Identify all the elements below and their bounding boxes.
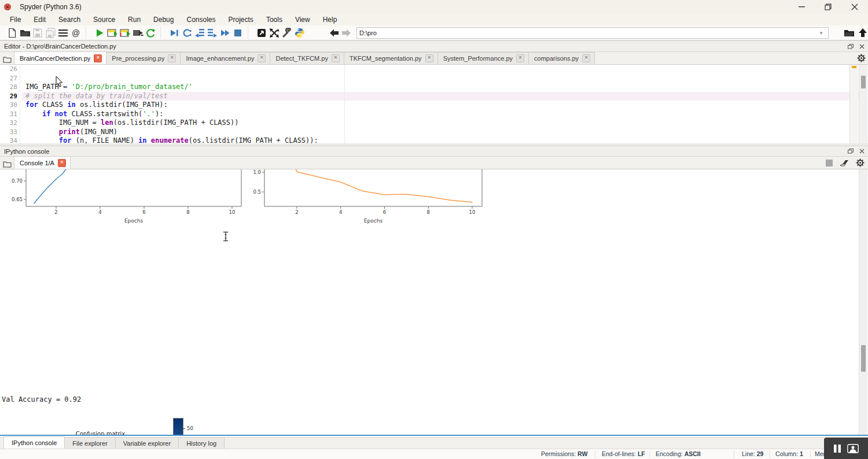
editor-tab[interactable]: Detect_TKFCM.py✕ — [270, 52, 344, 64]
screen-recorder-overlay — [824, 438, 868, 459]
menu-file[interactable]: File — [3, 14, 27, 25]
python-path-icon[interactable] — [293, 27, 306, 39]
pane-tab-ipython-console[interactable]: IPython console — [3, 436, 65, 449]
close-tab-icon[interactable]: ✕ — [168, 54, 176, 62]
step-over-icon[interactable] — [181, 27, 193, 39]
new-file-icon[interactable] — [6, 27, 19, 39]
pane-tab-history-log[interactable]: History log — [178, 437, 225, 449]
pause-recording-button[interactable] — [833, 444, 841, 453]
close-tab-icon[interactable]: ✕ — [582, 54, 590, 62]
minimize-button[interactable] — [788, 0, 815, 13]
line-number: 32 — [0, 119, 22, 128]
editor-tab[interactable]: TKFCM_segmentation.py✕ — [344, 52, 438, 64]
console-scrollbar[interactable] — [859, 169, 867, 435]
menu-help[interactable]: Help — [317, 14, 344, 25]
close-button[interactable] — [841, 0, 868, 13]
save-icon[interactable] — [31, 27, 44, 39]
fullscreen-icon[interactable] — [268, 27, 281, 39]
console-tab-bar: Console 1/A✕ — [0, 157, 868, 169]
step-into-icon[interactable] — [193, 27, 206, 39]
warning-flag — [852, 66, 856, 68]
code-line[interactable]: 33 print(IMG_NUM) — [0, 128, 859, 137]
save-all-icon[interactable] — [44, 27, 57, 39]
debug-icon[interactable] — [168, 27, 181, 39]
parent-dir-icon[interactable] — [856, 27, 868, 39]
symbol-finder-icon[interactable]: @ — [69, 27, 82, 39]
run-icon[interactable] — [93, 27, 106, 39]
menu-debug[interactable]: Debug — [147, 14, 180, 25]
svg-text:2: 2 — [295, 209, 298, 215]
menu-run[interactable]: Run — [122, 14, 147, 25]
interrupt-kernel-icon[interactable] — [826, 160, 833, 166]
browse-tabs-icon[interactable] — [3, 55, 12, 63]
editor-tab[interactable]: comparisons.py✕ — [528, 52, 595, 64]
editor-tab[interactable]: Pre_processing.py✕ — [106, 52, 181, 64]
chevron-down-icon[interactable]: ▾ — [816, 27, 826, 39]
menu-edit[interactable]: Edit — [27, 14, 52, 25]
run-selection-icon[interactable] — [131, 27, 144, 39]
code-line[interactable]: 28IMG_PATH = 'D:/pro/brain_tumor_dataset… — [0, 83, 859, 92]
preferences-icon[interactable] — [281, 27, 293, 39]
line-number: 28 — [0, 83, 22, 92]
maximize-icon[interactable] — [255, 27, 268, 39]
menu-projects[interactable]: Projects — [222, 14, 260, 25]
console-output[interactable]: 2468100.700.65Epochs2468101.00.5Epochs V… — [0, 169, 859, 435]
editor-options-gear-icon[interactable] — [857, 54, 866, 62]
editor-scrollbar[interactable] — [859, 65, 867, 143]
code-line[interactable]: 27 — [0, 74, 859, 83]
working-directory-input[interactable] — [356, 27, 829, 39]
line-number: 34 — [0, 136, 22, 143]
menu-view[interactable]: View — [289, 14, 317, 25]
code-line[interactable]: 34 for (n, FILE_NAME) in enumerate(os.li… — [0, 136, 859, 143]
forward-icon[interactable] — [340, 27, 353, 39]
close-tab-icon[interactable]: ✕ — [332, 54, 340, 62]
continue-icon[interactable] — [219, 27, 231, 39]
close-tab-icon[interactable]: ✕ — [258, 54, 266, 62]
clear-console-icon[interactable] — [840, 160, 849, 166]
code-line[interactable]: 30for CLASS in os.listdir(IMG_PATH): — [0, 101, 859, 110]
svg-text:Epochs: Epochs — [364, 218, 383, 224]
line-number: 27 — [0, 74, 22, 83]
console-tab[interactable]: Console 1/A✕ — [14, 156, 71, 169]
menu-search[interactable]: Search — [52, 14, 87, 25]
svg-text:0.5: 0.5 — [253, 189, 261, 195]
svg-text:2: 2 — [54, 209, 57, 215]
code-editor[interactable]: 262728IMG_PATH = 'D:/pro/brain_tumor_dat… — [0, 65, 859, 143]
menu-source[interactable]: Source — [87, 14, 122, 25]
rerun-icon[interactable] — [144, 27, 157, 39]
run-cell-icon[interactable] — [106, 27, 119, 39]
open-dir-icon[interactable] — [843, 27, 855, 39]
close-pane-icon[interactable] — [859, 149, 865, 154]
undock-icon[interactable] — [848, 149, 854, 154]
line-number: 30 — [0, 101, 22, 110]
editor-tab[interactable]: Image_enhancement.py✕ — [180, 52, 270, 64]
run-cell-advance-icon[interactable] — [119, 27, 131, 39]
close-pane-icon[interactable] — [859, 44, 865, 49]
menu-tools[interactable]: Tools — [260, 14, 289, 25]
undock-icon[interactable] — [848, 44, 854, 49]
close-tab-icon[interactable]: ✕ — [425, 54, 433, 62]
editor-tab[interactable]: BrainCancerDetection.py✕ — [14, 51, 106, 64]
browse-tabs-icon[interactable] — [3, 160, 12, 168]
file-switcher-icon[interactable] — [57, 27, 69, 39]
pane-tab-variable-explorer[interactable]: Variable explorer — [115, 437, 179, 449]
editor-tab[interactable]: System_Performance.py✕ — [437, 52, 529, 64]
code-line[interactable]: 26 — [0, 65, 859, 74]
close-tab-icon[interactable]: ✕ — [94, 54, 102, 62]
step-return-icon[interactable] — [206, 27, 219, 39]
stop-icon[interactable] — [231, 27, 244, 39]
menu-consoles[interactable]: Consoles — [180, 14, 222, 25]
code-line[interactable]: 31 if not CLASS.startswith('.'): — [0, 110, 859, 119]
training-line-charts: 2468100.700.65Epochs2468101.00.5Epochs — [0, 169, 521, 227]
code-line[interactable]: 32 IMG_NUM = len(os.listdir(IMG_PATH + C… — [0, 119, 859, 128]
close-tab-icon[interactable]: ✕ — [516, 54, 524, 62]
console-options-gear-icon[interactable] — [856, 158, 865, 167]
open-file-icon[interactable] — [19, 27, 31, 39]
pane-tab-file-explorer[interactable]: File explorer — [64, 437, 116, 449]
close-tab-icon[interactable]: ✕ — [58, 159, 66, 167]
restore-button[interactable] — [815, 0, 841, 13]
back-icon[interactable] — [328, 27, 340, 39]
code-line[interactable]: 29# split the data by train/val/test — [0, 92, 859, 101]
confusion-matrix-figure: Confusion matrix313453(0, 'NO')(1, 'YES'… — [0, 412, 200, 435]
camera-button[interactable] — [847, 444, 859, 453]
